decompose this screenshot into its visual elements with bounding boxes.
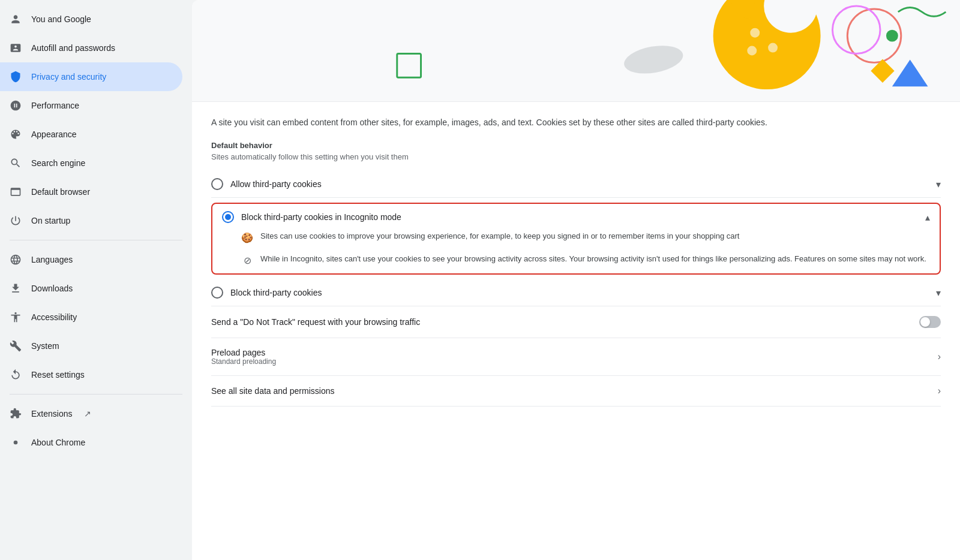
accessibility-icon [10, 311, 22, 323]
illustration-area [192, 0, 960, 102]
detail-row-2: ⊘ While in Incognito, sites can't use yo… [241, 253, 930, 266]
allow-label: Allow third-party cookies [230, 179, 929, 189]
sidebar-label-on-startup: On startup [31, 216, 70, 225]
default-behavior-subtitle: Sites automatically follow this setting … [211, 152, 941, 161]
power-icon [10, 215, 22, 227]
block-incognito-row[interactable]: Block third-party cookies in Incognito m… [222, 211, 930, 223]
main-content: A site you visit can embed content from … [192, 0, 960, 560]
site-data-title: See all site data and permissions [211, 386, 931, 396]
search-icon [10, 157, 22, 169]
preload-pages-row[interactable]: Preload pages Standard preloading › [211, 338, 941, 376]
sidebar-item-appearance[interactable]: Appearance [0, 120, 182, 149]
svg-point-11 [832, 6, 880, 54]
badge-icon [10, 42, 22, 54]
block-incognito-chevron-icon: ▴ [925, 212, 930, 223]
site-data-label: See all site data and permissions [211, 386, 931, 396]
palette-icon [10, 128, 22, 140]
sidebar-label-privacy: Privacy and security [31, 72, 106, 82]
block-incognito-radio[interactable] [222, 211, 234, 223]
sidebar-item-system[interactable]: System [0, 332, 182, 360]
sidebar-label-appearance: Appearance [31, 130, 77, 139]
sidebar-divider-2 [10, 394, 182, 395]
sidebar-item-downloads[interactable]: Downloads [0, 274, 182, 303]
sidebar-item-extensions[interactable]: Extensions↗ [0, 399, 182, 428]
block-option[interactable]: Block third-party cookies ▾ [211, 279, 941, 306]
sidebar-item-languages[interactable]: Languages [0, 245, 182, 274]
do-not-track-label: Send a "Do Not Track" request with your … [211, 317, 912, 327]
block-icon: ⊘ [241, 254, 253, 266]
site-data-chevron-icon: › [938, 386, 941, 396]
sidebar-label-search-engine: Search engine [31, 158, 85, 168]
sidebar-label-autofill: Autofill and passwords [31, 43, 115, 53]
allow-option[interactable]: Allow third-party cookies ▾ [211, 171, 941, 198]
block-label: Block third-party cookies [230, 288, 929, 297]
sidebar-label-about-chrome: About Chrome [31, 438, 85, 447]
site-data-row[interactable]: See all site data and permissions › [211, 376, 941, 407]
sidebar-label-reset-settings: Reset settings [31, 370, 85, 380]
shield-icon [10, 71, 22, 83]
sidebar: You and GoogleAutofill and passwordsPriv… [0, 0, 192, 560]
sidebar-item-autofill[interactable]: Autofill and passwords [0, 34, 182, 62]
sidebar-item-search-engine[interactable]: Search engine [0, 149, 182, 177]
person-icon [10, 13, 22, 25]
chrome-icon [10, 436, 22, 448]
preload-chevron-icon: › [938, 351, 941, 362]
do-not-track-row: Send a "Do Not Track" request with your … [211, 306, 941, 338]
svg-point-5 [768, 43, 778, 53]
do-not-track-title: Send a "Do Not Track" request with your … [211, 317, 912, 327]
reset-icon [10, 369, 22, 381]
download-icon [10, 282, 22, 294]
detail-text-2: While in Incognito, sites can't use your… [260, 253, 926, 265]
puzzle-icon [10, 408, 22, 420]
sidebar-item-on-startup[interactable]: On startup [0, 206, 182, 235]
block-incognito-details: 🍪 Sites can use cookies to improve your … [222, 230, 930, 266]
svg-point-4 [750, 28, 760, 38]
settings-content: A site you visit can embed content from … [192, 102, 960, 421]
sidebar-item-performance[interactable]: Performance [0, 91, 182, 120]
allow-radio[interactable] [211, 178, 223, 190]
preload-pages-title: Preload pages [211, 348, 931, 357]
svg-marker-14 [892, 59, 928, 86]
speed-icon [10, 100, 22, 112]
sidebar-divider [10, 240, 182, 240]
sidebar-label-downloads: Downloads [31, 284, 73, 293]
sidebar-item-about-chrome[interactable]: About Chrome [0, 428, 182, 457]
detail-text-1: Sites can use cookies to improve your br… [260, 230, 739, 242]
svg-point-12 [886, 30, 898, 42]
sidebar-label-system: System [31, 341, 59, 351]
do-not-track-toggle[interactable] [919, 316, 941, 328]
description: A site you visit can embed content from … [211, 116, 941, 129]
block-radio[interactable] [211, 287, 223, 299]
sidebar-item-you-google[interactable]: You and Google [0, 5, 182, 34]
sidebar-label-performance: Performance [31, 101, 79, 110]
preload-pages-subtitle: Standard preloading [211, 357, 931, 366]
sidebar-item-default-browser[interactable]: Default browser [0, 177, 182, 206]
external-link-icon: ↗ [84, 409, 91, 419]
sidebar-label-default-browser: Default browser [31, 187, 90, 197]
sidebar-label-you-google: You and Google [31, 14, 91, 24]
wrench-icon [10, 340, 22, 352]
browser-icon [10, 186, 22, 198]
sidebar-label-languages: Languages [31, 255, 73, 264]
sidebar-label-accessibility: Accessibility [31, 312, 77, 322]
globe-icon [10, 254, 22, 266]
preload-pages-label: Preload pages Standard preloading [211, 348, 931, 366]
allow-chevron-icon: ▾ [936, 179, 941, 190]
sidebar-item-accessibility[interactable]: Accessibility [0, 303, 182, 332]
sidebar-item-privacy[interactable]: Privacy and security [0, 62, 182, 91]
sidebar-label-extensions: Extensions [31, 409, 72, 419]
cookie-icon: 🍪 [241, 231, 253, 243]
block-incognito-block: Block third-party cookies in Incognito m… [211, 203, 941, 275]
sidebar-item-reset-settings[interactable]: Reset settings [0, 360, 182, 389]
block-chevron-icon: ▾ [936, 287, 941, 299]
svg-point-6 [747, 46, 757, 56]
block-incognito-label: Block third-party cookies in Incognito m… [241, 212, 918, 222]
default-behavior-title: Default behavior [211, 141, 941, 150]
detail-row-1: 🍪 Sites can use cookies to improve your … [241, 230, 930, 243]
